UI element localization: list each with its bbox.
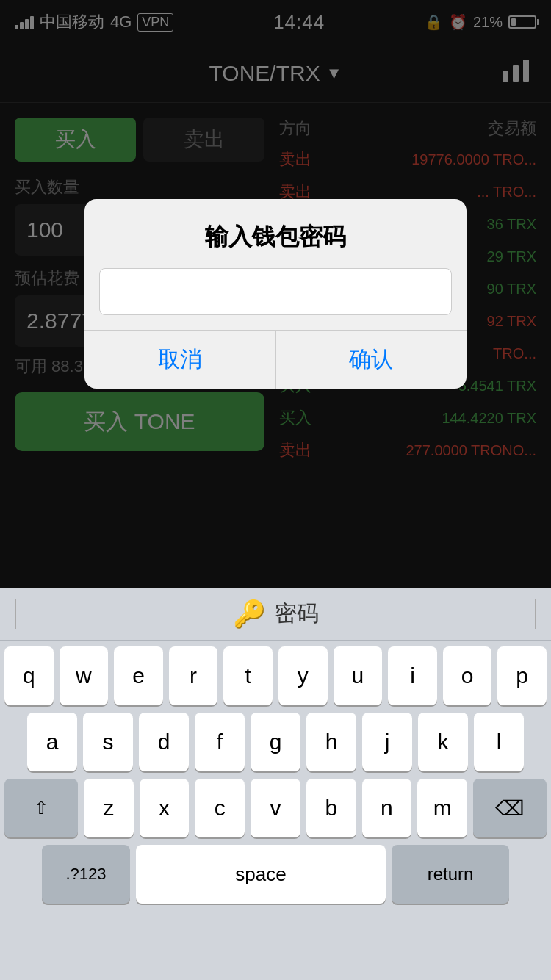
key-c[interactable]: c <box>195 779 245 837</box>
backspace-key[interactable]: ⌫ <box>473 779 547 837</box>
keyboard-label: 🔑 密码 <box>233 599 319 630</box>
dialog-input-wrap <box>84 268 467 330</box>
cancel-button[interactable]: 取消 <box>84 331 276 389</box>
key-row-3: ⇧ z x c v b n m ⌫ <box>4 779 547 837</box>
key-e[interactable]: e <box>114 646 163 705</box>
shift-key[interactable]: ⇧ <box>4 779 78 837</box>
keyboard-rows: q w e r t y u i o p a s d f g h j k l ⇧ <box>0 641 551 904</box>
key-r[interactable]: r <box>169 646 218 705</box>
key-w[interactable]: w <box>60 646 109 705</box>
key-a[interactable]: a <box>27 713 77 771</box>
key-s[interactable]: s <box>83 713 133 771</box>
key-k[interactable]: k <box>418 713 468 771</box>
key-x[interactable]: x <box>140 779 190 837</box>
dialog-overlay: 输入钱包密码 取消 确认 <box>0 0 551 588</box>
key-i[interactable]: i <box>388 646 437 705</box>
keyboard-area: 🔑 密码 q w e r t y u i o p a s d f g h j k <box>0 588 551 980</box>
password-input[interactable] <box>99 268 452 315</box>
toolbar-divider-right <box>535 599 536 629</box>
key-t[interactable]: t <box>223 646 273 705</box>
key-g[interactable]: g <box>251 713 300 771</box>
key-y[interactable]: y <box>278 646 328 705</box>
shift-icon: ⇧ <box>34 798 48 818</box>
key-f[interactable]: f <box>195 713 245 771</box>
key-u[interactable]: u <box>334 646 383 705</box>
key-row-1: q w e r t y u i o p <box>4 646 547 705</box>
key-z[interactable]: z <box>84 779 134 837</box>
key-m[interactable]: m <box>417 779 467 837</box>
space-key[interactable]: space <box>136 845 386 904</box>
key-o[interactable]: o <box>443 646 492 705</box>
keyboard-toolbar-label: 密码 <box>275 599 319 629</box>
confirm-button[interactable]: 确认 <box>276 331 467 389</box>
key-l[interactable]: l <box>474 713 524 771</box>
key-p[interactable]: p <box>497 646 547 705</box>
key-v[interactable]: v <box>251 779 300 837</box>
backspace-icon: ⌫ <box>495 796 525 821</box>
dialog-title: 输入钱包密码 <box>84 199 467 268</box>
dialog-buttons: 取消 确认 <box>84 330 467 389</box>
return-key[interactable]: return <box>392 845 509 904</box>
key-icon: 🔑 <box>233 599 266 630</box>
key-h[interactable]: h <box>306 713 356 771</box>
key-d[interactable]: d <box>139 713 189 771</box>
password-dialog: 输入钱包密码 取消 确认 <box>84 199 467 389</box>
key-j[interactable]: j <box>362 713 412 771</box>
key-q[interactable]: q <box>4 646 54 705</box>
key-n[interactable]: n <box>362 779 412 837</box>
keyboard-toolbar: 🔑 密码 <box>0 588 551 641</box>
key-b[interactable]: b <box>306 779 356 837</box>
toolbar-divider-left <box>15 599 16 629</box>
key-row-2: a s d f g h j k l <box>4 713 547 771</box>
number-key[interactable]: .?123 <box>42 845 130 904</box>
key-row-4: .?123 space return <box>4 845 547 904</box>
